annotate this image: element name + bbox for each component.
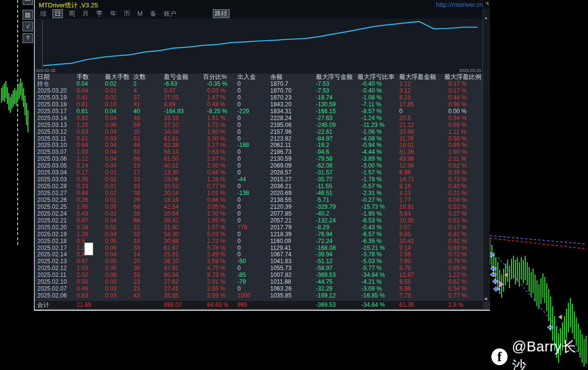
table-cell: 0.41 (77, 95, 105, 101)
table-row: 2025.02.112.020.065380.948.73 %-851007.8… (35, 272, 483, 279)
table-cell: 0.62 % (444, 279, 483, 286)
table-cell: 47.91 (164, 265, 203, 272)
table-cell: 3.00 % (203, 136, 237, 143)
table-cell: 778 (237, 224, 270, 231)
table-cell: -4.21 % (358, 279, 399, 286)
column-header: 最大浮盈比例 (444, 74, 483, 81)
table-body: 持仓0.040.022-6.63-0.35 %01870.7-7.53-0.40… (35, 81, 483, 299)
table-cell: 13.30 (164, 170, 203, 176)
table-cell: -169.12 (316, 293, 358, 299)
menu-item-季[interactable]: 季 (95, 10, 104, 18)
table-cell: 9.65 (399, 231, 444, 238)
menu-item-备[interactable]: 备 (149, 10, 158, 18)
table-cell: -15.21 % (358, 245, 399, 252)
table-cell: 1011.88 (270, 279, 316, 286)
table-cell: 0.52 % (444, 204, 483, 211)
menu-item-币[interactable]: 币 (122, 10, 131, 18)
table-cell: 0 (237, 136, 270, 143)
table-cell: 0.17 (77, 170, 105, 176)
table-cell: 80.94 (164, 272, 203, 279)
cell-date: 2025.02.13 (37, 258, 77, 265)
table-cell: 1834.31 (270, 108, 316, 115)
table-cell: 4.75 % (203, 265, 237, 272)
table-row: 2025.03.200.040.0140.470.03 %01870.70-7.… (35, 88, 483, 95)
table-cell: 18.01 (399, 142, 444, 149)
table-cell: 5.78 % (203, 245, 237, 252)
table-cell: 1.07 % (203, 224, 237, 231)
table-cell: 1.95 % (203, 218, 237, 224)
sqrt-button[interactable]: √ (23, 22, 33, 31)
table-cell: 0.06 (105, 272, 133, 279)
resize-handle-icon[interactable]: ◥ (486, 1, 488, 6)
table-cell: 12.89 (399, 163, 444, 170)
table-cell: 42.54 (164, 204, 203, 211)
table-cell: 0.04 (105, 251, 133, 258)
table-cell: -329.79 (316, 204, 358, 211)
menu-item-path[interactable]: 路径 (213, 9, 230, 18)
website-link[interactable]: http://mtdriver.cn (436, 1, 483, 8)
minimize-button[interactable]: — (23, 0, 33, 5)
table-cell: -1.78 % (358, 176, 399, 183)
table-cell: 1870.70 (270, 88, 316, 95)
table-cell: 0.56 % (444, 136, 483, 143)
table-cell: 0.03 % (203, 88, 237, 95)
table-cell: -132.24 (316, 218, 358, 224)
menu-item-月[interactable]: 月 (81, 10, 90, 18)
menu-item-账户[interactable]: 账户 (162, 10, 178, 18)
cell-date: 2025.03.10 (37, 142, 77, 149)
table-cell: -168.08 (316, 245, 358, 252)
table-cell: -1.08 % (358, 95, 399, 101)
scroll-up-icon[interactable]: ▲ (484, 16, 488, 20)
table-cell: 38 (133, 190, 164, 197)
table-cell: 0.02 (105, 190, 133, 197)
table-cell: 0.02 (105, 176, 133, 183)
table-cell: -50 (237, 258, 270, 265)
table-cell: 33.18 (164, 115, 203, 122)
chart-window-button[interactable]: ▨ (23, 10, 33, 20)
help-button[interactable]: ? (23, 33, 33, 43)
table-cell: 1.15 (77, 122, 105, 129)
table-cell: 0.66 % (203, 170, 237, 176)
table-cell: 5.66 (399, 286, 444, 293)
table-cell: 0 (237, 204, 270, 211)
menu-item-年[interactable]: 年 (108, 10, 118, 18)
table-row: 2025.02.191.280.045358.305.03 %01218.39-… (35, 231, 483, 238)
table-cell: 2138.55 (270, 197, 316, 204)
table-cell: 2.9 % (444, 301, 483, 309)
cell-date: 2025.03.05 (37, 163, 77, 170)
vertical-scrollbar[interactable]: ▲ ◀ (483, 9, 490, 302)
table-cell: -58.97 (316, 265, 358, 272)
scroll-down-icon[interactable]: ◀ (484, 296, 487, 301)
table-cell: 48 (133, 115, 164, 122)
menu-item-日[interactable]: 日 (52, 9, 63, 18)
menu-item-综[interactable]: 综 (39, 10, 48, 18)
table-cell: 0 (237, 197, 270, 204)
table-cell: -6.57 % (358, 231, 399, 238)
table-cell: 39.42 (164, 218, 203, 224)
cell-date: 2025.02.10 (37, 279, 77, 286)
table-cell: 38 (133, 211, 164, 218)
total-row: 合计21.69899.0764.63 %965-369.53-34.64 %61… (35, 301, 483, 309)
table-cell: 43.98 (399, 156, 444, 163)
table-cell: 40 (133, 108, 164, 115)
table-cell: 1129.41 (270, 245, 316, 252)
table-cell: 0.79 % (444, 258, 483, 265)
cell-date: 2025.02.25 (37, 204, 77, 211)
table-cell: -79.58 (316, 156, 358, 163)
column-header: 余额 (270, 74, 316, 81)
menu-item-M[interactable]: M (136, 10, 144, 18)
cell-total-label: 合计 (37, 301, 77, 309)
table-cell: 0.67 (77, 258, 105, 265)
chart-end-date-label: 2025.03.20 (459, 68, 481, 73)
table-cell: -11.55 (316, 183, 358, 190)
table-cell: 0 (237, 170, 270, 176)
table-cell: 2062.11 (270, 142, 316, 149)
table-cell: 0.97 (77, 218, 105, 224)
table-cell: 0.06 (105, 122, 133, 129)
table-cell: -1.95 % (358, 211, 399, 218)
table-cell: -15.73 % (358, 204, 399, 211)
menu-item-周[interactable]: 周 (67, 10, 77, 18)
table-cell: -369.53 (316, 301, 358, 309)
table-cell: 0.24 (77, 163, 105, 170)
table-cell: -369.53 (316, 272, 358, 279)
